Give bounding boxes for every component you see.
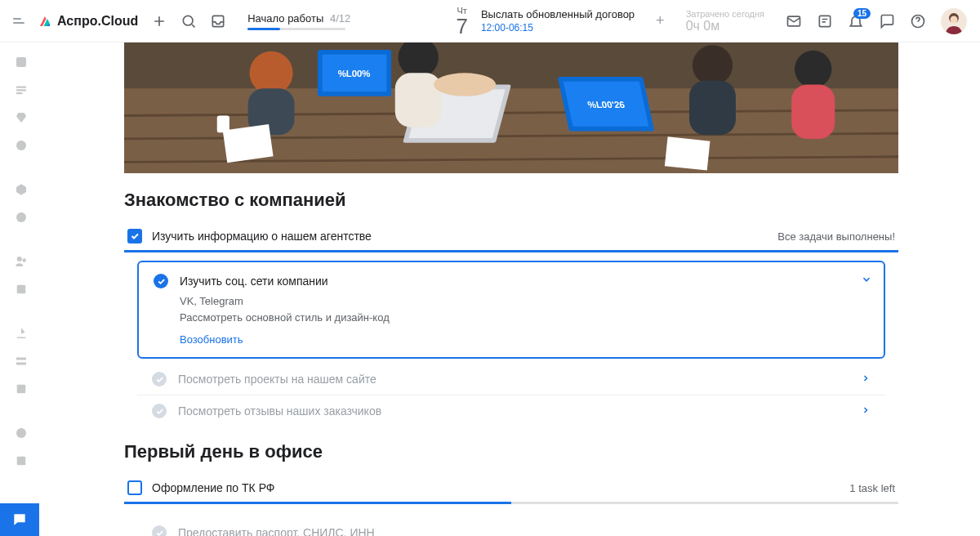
mail-icon[interactable] (786, 13, 802, 29)
rail-item[interactable] (8, 106, 34, 129)
section-title: Первый день в офисе (124, 441, 898, 462)
chevron-down-icon[interactable] (861, 274, 872, 288)
rail-item[interactable] (8, 51, 34, 74)
task-body: VK, Telegram Рассмотреть основной стиль … (180, 293, 869, 325)
notifications-count: 15 (853, 8, 871, 19)
tracked-value: 0ч 0м (686, 19, 764, 34)
rail-item[interactable] (8, 206, 34, 229)
task-title: Посмотреть отзывы наших заказчиков (178, 404, 381, 418)
onboarding-progress[interactable]: Начало работы 4/12 (247, 12, 350, 30)
task-card-expanded[interactable]: Изучить соц. сети компании VK, Telegram … (137, 261, 885, 359)
task-row[interactable]: Посмотреть отзывы наших заказчиков (137, 395, 885, 427)
chevron-right-icon (861, 404, 871, 418)
svg-rect-41 (223, 124, 274, 163)
main-content: %L00% %L00'26 Знакомство с компание (42, 42, 980, 536)
time-tracked[interactable]: Затрачено сегодня 0ч 0м (686, 9, 764, 34)
task-done-icon (152, 525, 167, 536)
svg-rect-12 (17, 285, 26, 294)
svg-rect-35 (395, 73, 442, 127)
svg-rect-14 (16, 363, 26, 365)
stage-title: Изучить информацию о нашем агентстве (152, 230, 372, 243)
task-done-icon (152, 372, 167, 386)
task-row[interactable]: Посмотреть проекты на нашем сайте (137, 364, 885, 395)
stage-progress-bar (124, 250, 898, 252)
stage-progress-bar (124, 502, 898, 504)
onboarding-title: Начало работы (247, 12, 323, 25)
next-event[interactable]: Выслать обновленный договор 12:00-06:15 (481, 8, 635, 34)
task-title: Посмотреть проекты на нашем сайте (178, 373, 376, 386)
svg-point-10 (17, 257, 22, 261)
onboarding-bar (247, 28, 345, 30)
svg-rect-13 (16, 358, 26, 360)
event-title: Выслать обновленный договор (481, 8, 635, 20)
rail-item[interactable] (8, 278, 34, 301)
stage-status: 1 task left (849, 482, 895, 494)
svg-point-0 (184, 16, 194, 25)
brand-logo[interactable]: Аспро.Cloud (38, 14, 138, 29)
svg-rect-38 (689, 81, 736, 135)
user-avatar[interactable] (941, 8, 967, 34)
rail-item[interactable] (8, 422, 34, 444)
inbox-button[interactable] (210, 13, 226, 29)
stage-header[interactable]: Оформление по ТК РФ 1 task left (124, 474, 898, 502)
top-header: Аспро.Cloud Начало работы 4/12 Чт 7 Высл… (0, 0, 980, 42)
stage-title: Оформление по ТК РФ (152, 481, 274, 494)
svg-rect-17 (17, 457, 26, 466)
svg-rect-43 (217, 115, 229, 132)
day-number: 7 (456, 16, 467, 37)
stage-checkbox-unchecked-icon[interactable] (127, 480, 142, 495)
logo-icon (38, 14, 52, 29)
svg-point-6 (951, 16, 958, 23)
svg-point-37 (693, 45, 733, 85)
svg-point-36 (434, 73, 496, 96)
chat-icon[interactable] (879, 13, 895, 29)
rail-item[interactable] (8, 350, 34, 373)
add-event-button[interactable]: + (648, 12, 673, 29)
add-button[interactable] (151, 13, 167, 29)
stage-block: Оформление по ТК РФ 1 task left Предоста… (124, 474, 898, 536)
rail-item[interactable] (8, 178, 34, 201)
svg-point-39 (795, 51, 832, 88)
chevron-right-icon (861, 372, 871, 386)
search-button[interactable] (180, 13, 197, 29)
svg-text:%L00'26: %L00'26 (586, 100, 626, 109)
onboarding-count: 4/12 (330, 12, 350, 25)
stage-status: Все задачи выполнены! (777, 230, 895, 243)
menu-toggle[interactable] (13, 18, 24, 24)
hero-image: %L00% %L00'26 (124, 42, 898, 173)
support-chat-button[interactable] (0, 503, 39, 536)
svg-rect-15 (17, 385, 26, 394)
today-block[interactable]: Чт 7 (456, 6, 467, 37)
svg-text:%L00%: %L00% (338, 69, 371, 78)
task-done-icon (154, 274, 168, 288)
brand-name: Аспро.Cloud (57, 14, 138, 29)
svg-rect-40 (791, 85, 835, 139)
svg-point-8 (16, 141, 26, 150)
svg-rect-42 (665, 136, 710, 170)
svg-point-16 (16, 428, 26, 438)
svg-point-9 (16, 212, 26, 222)
rail-item[interactable] (8, 78, 34, 101)
task-title: Предоставить паспорт, СНИЛС, ИНН (178, 526, 375, 536)
tracked-label: Затрачено сегодня (686, 9, 764, 19)
rail-item[interactable] (8, 250, 34, 273)
stage-block: Изучить информацию о нашем агентстве Все… (124, 222, 898, 427)
resume-button[interactable]: Возобновить (180, 333, 869, 346)
svg-rect-7 (16, 57, 26, 67)
event-time: 12:00-06:15 (481, 22, 635, 34)
help-icon[interactable] (910, 13, 926, 29)
notifications-icon[interactable]: 15 (848, 13, 864, 29)
notes-icon[interactable] (817, 13, 833, 29)
stage-checkbox-checked-icon[interactable] (127, 229, 142, 243)
section-title: Знакомство с компанией (124, 190, 898, 211)
side-rail (0, 42, 42, 536)
task-title: Изучить соц. сети компании (180, 275, 328, 288)
rail-item[interactable] (8, 449, 34, 472)
rail-item[interactable] (8, 134, 34, 157)
task-row[interactable]: Предоставить паспорт, СНИЛС, ИНН (137, 512, 885, 536)
svg-point-11 (23, 258, 27, 262)
stage-header[interactable]: Изучить информацию о нашем агентстве Все… (124, 222, 898, 250)
rail-item[interactable] (8, 322, 34, 345)
task-done-icon (152, 404, 167, 418)
rail-item[interactable] (8, 377, 34, 400)
